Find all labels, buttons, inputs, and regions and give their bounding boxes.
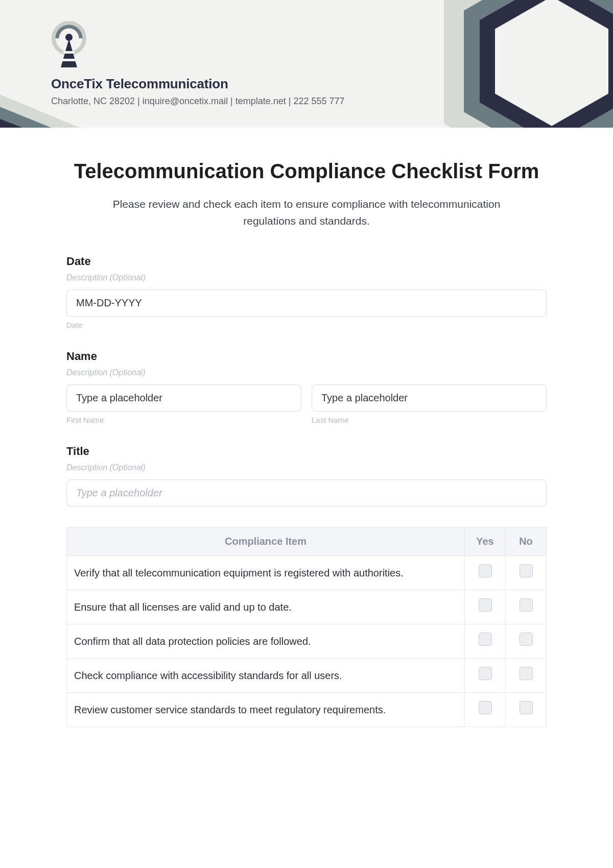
company-name: OnceTix Telecommunication <box>51 76 345 92</box>
page-header: OnceTix Telecommunication Charlotte, NC … <box>0 0 613 128</box>
date-field: Date Description (Optional) Date <box>66 255 547 329</box>
col-no: No <box>506 527 547 556</box>
name-desc: Description (Optional) <box>66 368 547 377</box>
table-row: Ensure that all licenses are valid and u… <box>67 590 547 624</box>
yes-checkbox[interactable] <box>479 598 492 612</box>
date-sublabel: Date <box>66 321 547 329</box>
title-label: Title <box>66 445 547 458</box>
table-row: Confirm that all data protection policie… <box>67 624 547 659</box>
no-checkbox[interactable] <box>520 701 533 714</box>
compliance-item-text: Verify that all telecommunication equipm… <box>67 556 465 590</box>
antenna-logo-icon <box>51 20 87 69</box>
no-checkbox[interactable] <box>520 633 533 646</box>
company-meta: Charlotte, NC 28202 | inquire@oncetix.ma… <box>51 96 345 107</box>
table-row: Check compliance with accessibility stan… <box>67 659 547 693</box>
yes-cell <box>465 659 506 693</box>
hexagon-decoration <box>429 0 613 128</box>
compliance-item-text: Confirm that all data protection policie… <box>67 624 465 659</box>
svg-marker-2 <box>487 0 613 128</box>
date-input[interactable] <box>66 290 547 317</box>
col-yes: Yes <box>465 527 506 556</box>
title-input[interactable] <box>66 479 547 507</box>
no-checkbox[interactable] <box>520 564 533 577</box>
last-name-sublabel: Last Name <box>312 416 547 424</box>
first-name-sublabel: First Name <box>66 416 301 424</box>
compliance-item-text: Ensure that all licenses are valid and u… <box>67 590 465 624</box>
name-label: Name <box>66 350 547 363</box>
form-title: Telecommunication Compliance Checklist F… <box>66 158 547 184</box>
title-desc: Description (Optional) <box>66 463 547 472</box>
yes-checkbox[interactable] <box>479 633 492 646</box>
no-cell <box>506 624 547 659</box>
compliance-item-text: Check compliance with accessibility stan… <box>67 659 465 693</box>
compliance-table: Compliance Item Yes No Verify that all t… <box>66 527 547 727</box>
no-checkbox[interactable] <box>520 598 533 612</box>
form-intro: Please review and check each item to ens… <box>102 196 511 229</box>
last-name-input[interactable] <box>312 384 547 412</box>
form-content: Telecommunication Compliance Checklist F… <box>0 128 613 748</box>
name-field: Name Description (Optional) First Name L… <box>66 350 547 424</box>
table-row: Review customer service standards to mee… <box>67 693 547 727</box>
yes-checkbox[interactable] <box>479 667 492 680</box>
no-cell <box>506 590 547 624</box>
no-cell <box>506 659 547 693</box>
table-row: Verify that all telecommunication equipm… <box>67 556 547 590</box>
date-label: Date <box>66 255 547 268</box>
no-checkbox[interactable] <box>520 667 533 680</box>
svg-rect-9 <box>62 59 76 61</box>
yes-cell <box>465 590 506 624</box>
first-name-input[interactable] <box>66 384 301 412</box>
yes-cell <box>465 624 506 659</box>
no-cell <box>506 556 547 590</box>
yes-checkbox[interactable] <box>479 701 492 714</box>
col-item: Compliance Item <box>67 527 465 556</box>
yes-cell <box>465 693 506 727</box>
title-field: Title Description (Optional) <box>66 445 547 507</box>
no-cell <box>506 693 547 727</box>
svg-rect-8 <box>63 51 75 54</box>
date-desc: Description (Optional) <box>66 273 547 282</box>
yes-cell <box>465 556 506 590</box>
yes-checkbox[interactable] <box>479 564 492 577</box>
compliance-item-text: Review customer service standards to mee… <box>67 693 465 727</box>
